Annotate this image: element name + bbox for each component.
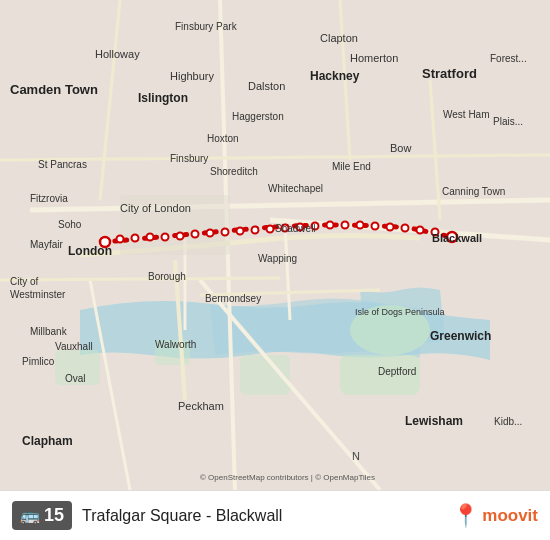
svg-point-25: [372, 223, 379, 230]
svg-text:Wapping: Wapping: [258, 253, 297, 264]
bus-icon: 🚌: [20, 506, 40, 525]
svg-text:Whitechapel: Whitechapel: [268, 183, 323, 194]
svg-point-18: [267, 226, 274, 233]
svg-point-10: [147, 234, 154, 241]
svg-text:Greenwich: Greenwich: [430, 329, 491, 343]
svg-text:Shoreditch: Shoreditch: [210, 166, 258, 177]
moovit-text: moovit: [482, 506, 538, 526]
svg-point-26: [387, 224, 394, 231]
svg-text:Walworth: Walworth: [155, 339, 196, 350]
svg-text:N: N: [352, 450, 360, 462]
svg-text:Pimlico: Pimlico: [22, 356, 55, 367]
svg-text:Finsbury: Finsbury: [170, 153, 208, 164]
svg-text:Millbank: Millbank: [30, 326, 68, 337]
svg-text:Westminster: Westminster: [10, 289, 66, 300]
map-container: Camden Town Holloway Finsbury Park Clapt…: [0, 0, 550, 490]
svg-text:City of London: City of London: [120, 202, 191, 214]
svg-text:Canning Town: Canning Town: [442, 186, 505, 197]
svg-text:Haggerston: Haggerston: [232, 111, 284, 122]
svg-text:Finsbury Park: Finsbury Park: [175, 21, 238, 32]
svg-text:Hackney: Hackney: [310, 69, 360, 83]
svg-text:Oval: Oval: [65, 373, 86, 384]
svg-text:Stratford: Stratford: [422, 66, 477, 81]
route-badge: 🚌 15: [12, 501, 72, 530]
svg-text:Bow: Bow: [390, 142, 411, 154]
svg-text:Soho: Soho: [58, 219, 82, 230]
svg-text:City of: City of: [10, 276, 39, 287]
svg-point-24: [357, 222, 364, 229]
svg-point-13: [192, 231, 199, 238]
svg-text:Mile End: Mile End: [332, 161, 371, 172]
moovit-logo: 📍 moovit: [452, 503, 538, 529]
svg-point-16: [237, 228, 244, 235]
svg-point-14: [207, 230, 214, 237]
svg-text:Bermondsey: Bermondsey: [205, 293, 261, 304]
svg-point-12: [177, 233, 184, 240]
svg-text:Camden Town: Camden Town: [10, 82, 98, 97]
svg-text:Blackwall: Blackwall: [432, 232, 482, 244]
svg-text:London: London: [68, 244, 112, 258]
svg-text:Dalston: Dalston: [248, 80, 285, 92]
svg-point-23: [342, 222, 349, 229]
svg-point-11: [162, 234, 169, 241]
svg-point-15: [222, 229, 229, 236]
svg-text:Peckham: Peckham: [178, 400, 224, 412]
svg-text:Fitzrovia: Fitzrovia: [30, 193, 68, 204]
moovit-pin-icon: 📍: [452, 503, 479, 529]
svg-point-9: [132, 235, 139, 242]
svg-text:West Ham: West Ham: [443, 109, 490, 120]
svg-text:Vauxhall: Vauxhall: [55, 341, 93, 352]
svg-text:Holloway: Holloway: [95, 48, 140, 60]
svg-text:Shadwell: Shadwell: [275, 223, 316, 234]
svg-text:St Pancras: St Pancras: [38, 159, 87, 170]
svg-text:Isle of Dogs Peninsula: Isle of Dogs Peninsula: [355, 307, 445, 317]
svg-point-22: [327, 222, 334, 229]
svg-text:Homerton: Homerton: [350, 52, 398, 64]
route-name: Trafalgar Square - Blackwall: [82, 507, 442, 525]
svg-text:Forest...: Forest...: [490, 53, 527, 64]
svg-text:Borough: Borough: [148, 271, 186, 282]
svg-text:Mayfair: Mayfair: [30, 239, 63, 250]
svg-text:Kidb...: Kidb...: [494, 416, 522, 427]
svg-text:Islington: Islington: [138, 91, 188, 105]
svg-text:Plais...: Plais...: [493, 116, 523, 127]
svg-point-28: [417, 227, 424, 234]
svg-point-27: [402, 225, 409, 232]
svg-point-8: [117, 236, 124, 243]
svg-text:Clapton: Clapton: [320, 32, 358, 44]
svg-text:© OpenStreetMap contributors |: © OpenStreetMap contributors | © OpenMap…: [200, 473, 375, 482]
svg-text:Hoxton: Hoxton: [207, 133, 239, 144]
svg-text:Deptford: Deptford: [378, 366, 416, 377]
svg-point-17: [252, 227, 259, 234]
svg-text:Highbury: Highbury: [170, 70, 215, 82]
footer: 🚌 15 Trafalgar Square - Blackwall 📍 moov…: [0, 490, 550, 540]
route-number: 15: [44, 505, 64, 526]
svg-text:Lewisham: Lewisham: [405, 414, 463, 428]
svg-text:Clapham: Clapham: [22, 434, 73, 448]
